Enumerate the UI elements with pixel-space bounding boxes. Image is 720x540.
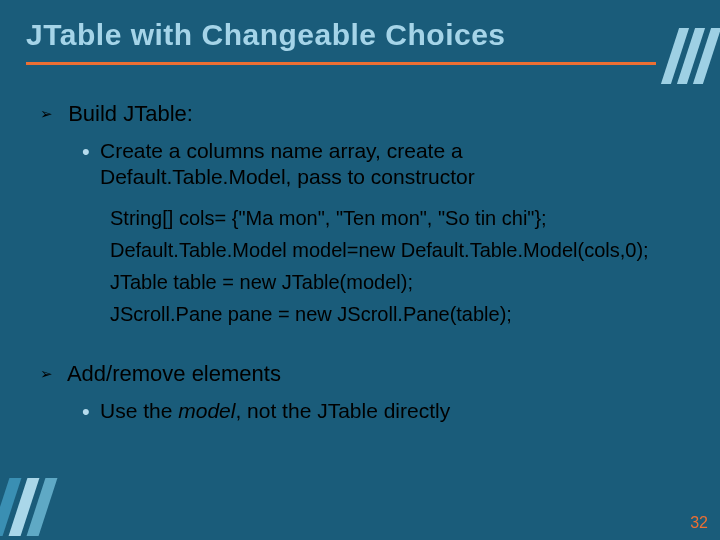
- code-block: String[] cols= {"Ma mon", "Ten mon", "So…: [110, 202, 649, 330]
- bullet-heading: Build JTable:: [68, 101, 193, 126]
- sub-bullet-text: Use the model, not the JTable directly: [100, 398, 450, 426]
- code-line: Default.Table.Model model=new Default.Ta…: [110, 234, 649, 266]
- sub-bullet-text: Create a columns name array, create a De…: [100, 138, 640, 191]
- decorative-slashes-bottom-left: [0, 478, 48, 540]
- bullet-build-jtable: ➢ Build JTable: • Create a columns name …: [40, 100, 649, 330]
- bullet-add-remove: ➢ Add/remove elements • Use the model, n…: [40, 360, 450, 425]
- decorative-slashes-top-right: [664, 28, 712, 88]
- arrow-bullet-icon: ➢: [40, 105, 62, 124]
- dot-bullet-icon: •: [82, 138, 100, 191]
- code-line: String[] cols= {"Ma mon", "Ten mon", "So…: [110, 202, 649, 234]
- slide-title: JTable with Changeable Choices: [26, 18, 506, 52]
- slide: JTable with Changeable Choices ➢ Build J…: [0, 0, 720, 540]
- bullet-heading: Add/remove elements: [67, 361, 281, 386]
- page-number: 32: [690, 514, 708, 532]
- sub-bullet-use-model: • Use the model, not the JTable directly: [82, 398, 450, 426]
- sub-bullet-create-columns: • Create a columns name array, create a …: [82, 138, 649, 191]
- arrow-bullet-icon: ➢: [40, 365, 62, 384]
- title-underline: [26, 62, 656, 65]
- dot-bullet-icon: •: [82, 398, 100, 426]
- code-line: JScroll.Pane pane = new JScroll.Pane(tab…: [110, 298, 649, 330]
- code-line: JTable table = new JTable(model);: [110, 266, 649, 298]
